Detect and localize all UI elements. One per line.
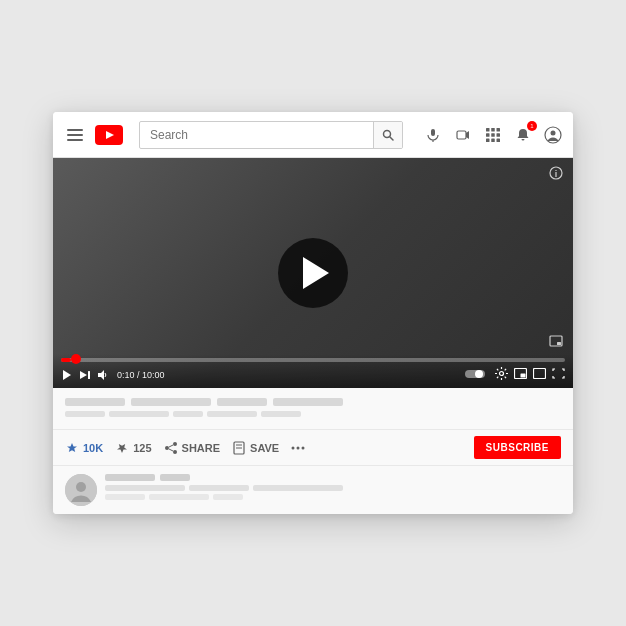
notification-icon[interactable]: 1 — [513, 125, 533, 145]
ch-desc-bar-2 — [189, 485, 249, 491]
meta-bar-1 — [65, 411, 105, 417]
more-button[interactable] — [291, 441, 305, 455]
svg-point-29 — [500, 372, 504, 376]
channel-info — [53, 466, 573, 514]
browser-window: 1 i — [53, 112, 573, 514]
svg-rect-32 — [534, 369, 546, 379]
title-bar-3 — [217, 398, 267, 406]
progress-dot — [71, 354, 81, 364]
player-controls: 0:10 / 10:00 — [53, 354, 573, 388]
channel-desc-row — [105, 485, 561, 491]
autoplay-toggle[interactable] — [465, 369, 489, 381]
controls-row: 0:10 / 10:00 — [61, 367, 565, 382]
svg-rect-13 — [497, 133, 501, 137]
svg-point-41 — [292, 446, 295, 449]
svg-marker-26 — [98, 370, 104, 380]
ch-name-bar-1 — [105, 474, 155, 481]
meta-bar-5 — [261, 411, 301, 417]
svg-line-37 — [169, 449, 173, 451]
settings-icon[interactable] — [495, 367, 508, 382]
meta-bar-4 — [207, 411, 257, 417]
meta-bar-2 — [109, 411, 169, 417]
svg-point-34 — [165, 446, 169, 450]
share-label: SHARE — [182, 442, 221, 454]
channel-text — [105, 474, 561, 500]
apps-icon[interactable] — [483, 125, 503, 145]
channel-sub-row — [105, 494, 561, 500]
notification-badge: 1 — [527, 121, 537, 131]
svg-point-45 — [76, 482, 86, 492]
search-button[interactable] — [373, 122, 402, 148]
account-icon[interactable] — [543, 125, 563, 145]
svg-marker-24 — [80, 371, 87, 379]
progress-fill — [61, 358, 71, 362]
svg-point-28 — [475, 370, 483, 378]
fullscreen-expand-icon[interactable] — [552, 368, 565, 381]
svg-point-35 — [173, 450, 177, 454]
share-button[interactable]: SHARE — [164, 441, 221, 455]
right-controls — [465, 367, 565, 382]
progress-bar[interactable] — [61, 358, 565, 362]
volume-button[interactable] — [97, 369, 109, 381]
svg-rect-31 — [521, 374, 526, 378]
svg-text:i: i — [555, 169, 558, 179]
miniplayer-icon[interactable] — [514, 368, 527, 381]
navbar: 1 — [53, 112, 573, 158]
svg-rect-4 — [431, 129, 435, 136]
ch-sub-bar-1 — [105, 494, 145, 500]
svg-rect-6 — [457, 131, 466, 139]
ch-sub-bar-3 — [213, 494, 243, 500]
title-bar-4 — [273, 398, 343, 406]
hamburger-icon[interactable] — [63, 125, 87, 145]
microphone-icon[interactable] — [423, 125, 443, 145]
title-bar-1 — [65, 398, 125, 406]
svg-rect-8 — [486, 128, 490, 132]
subscribe-button[interactable]: SUBSCRIBE — [474, 436, 561, 459]
svg-line-36 — [169, 445, 173, 447]
search-input[interactable] — [140, 128, 373, 142]
search-bar — [139, 121, 403, 149]
svg-rect-10 — [497, 128, 501, 132]
svg-rect-12 — [491, 133, 495, 137]
fullscreen-icon[interactable] — [549, 335, 563, 352]
youtube-logo[interactable] — [95, 125, 123, 145]
theater-mode-icon[interactable] — [533, 368, 546, 381]
play-button[interactable] — [278, 238, 348, 308]
video-player: i — [53, 158, 573, 388]
meta-row — [65, 411, 561, 417]
svg-line-3 — [390, 136, 394, 140]
svg-rect-11 — [486, 133, 490, 137]
title-bar-2 — [131, 398, 211, 406]
svg-rect-22 — [557, 342, 561, 345]
save-button[interactable]: SAVE — [232, 441, 279, 455]
like-button[interactable]: 10K — [65, 441, 103, 455]
ch-name-bar-2 — [160, 474, 190, 481]
ch-sub-bar-2 — [149, 494, 209, 500]
svg-point-42 — [297, 446, 300, 449]
info-icon[interactable]: i — [549, 166, 563, 183]
svg-rect-16 — [497, 138, 501, 142]
camera-icon[interactable] — [453, 125, 473, 145]
channel-name-row — [105, 474, 561, 481]
svg-point-18 — [551, 130, 556, 135]
ch-desc-bar-1 — [105, 485, 185, 491]
title-placeholder — [65, 398, 561, 406]
svg-rect-14 — [486, 138, 490, 142]
next-button[interactable] — [79, 369, 91, 381]
dislike-button[interactable]: 125 — [115, 441, 151, 455]
video-info — [53, 388, 573, 429]
dislike-count: 125 — [133, 442, 151, 454]
like-count: 10K — [83, 442, 103, 454]
save-label: SAVE — [250, 442, 279, 454]
ch-desc-bar-3 — [253, 485, 343, 491]
play-pause-button[interactable] — [61, 369, 73, 381]
action-row: 10K 125 SHARE SAVE — [53, 429, 573, 466]
time-display: 0:10 / 10:00 — [117, 370, 165, 380]
svg-point-33 — [173, 442, 177, 446]
svg-rect-9 — [491, 128, 495, 132]
channel-avatar[interactable] — [65, 474, 97, 506]
svg-point-43 — [302, 446, 305, 449]
svg-marker-23 — [63, 370, 71, 380]
meta-bar-3 — [173, 411, 203, 417]
play-triangle — [303, 257, 329, 289]
